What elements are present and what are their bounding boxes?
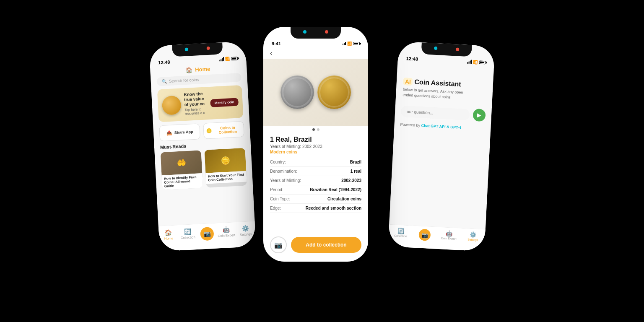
wifi-icon-right: 📶 [473,60,478,65]
ai-question-input[interactable] [401,106,470,121]
detail-row-edge: Edge: Reeded and smooth section [270,204,361,213]
search-placeholder: Search for coins [169,77,199,83]
nav-settings[interactable]: ⚙️ Settings [236,225,256,239]
ai-powered-label: Powered by Chat GPT API & GPT-4 [394,120,491,133]
banner-text: Know the true value of your co Tap here … [184,91,208,117]
detail-row-type: Coin Type: Circulation coins [270,195,361,204]
ai-send-button[interactable]: ▶ [473,109,486,122]
detail-row-period: Period: Brazilian Real (1994-2022) [270,185,361,195]
article-image-1: 🤲 [161,150,203,175]
coin-subtitle: Years of Minting: 2002-2023 [270,144,361,149]
detail-row-denomination: Denomination: 1 real [270,167,361,176]
must-reads-grid: 🤲 How to Identify Fake Coins: All-round … [155,148,253,190]
ai-nav-expert[interactable]: 🤖 Coin Expert [436,230,461,243]
ai-input-area: ▶ [400,105,486,122]
coin-face-image [280,75,314,109]
identify-banner: Know the true value of your co Tap here … [157,85,244,122]
camera-nav-icon: 📷 [200,227,214,241]
battery-icon [231,57,238,60]
signal-icon-center [343,42,346,45]
ai-description: below to get answers. Ask any open ended… [402,87,486,102]
ai-nav-settings[interactable]: ⚙️ Settings [461,231,486,244]
coin-reverse-image [317,75,351,109]
back-arrow-icon: ‹ [270,49,272,57]
detail-row-years: Years of Minting: 2002-2023 [270,176,361,185]
search-icon: 🔍 [161,79,167,84]
coin-details-table: Country: Brazil Denomination: 1 real Yea… [270,158,361,213]
back-button[interactable]: ‹ [263,48,368,59]
share-icon: 📤 [166,130,173,136]
article-card-1[interactable]: 🤲 How to Identify Fake Coins: All-round … [161,150,203,190]
ai-nav-collection[interactable]: 🔄 Collection [388,227,413,240]
phone-right: 12:48 📶 AI Coin Assistant [388,41,495,251]
article-card-2[interactable]: 🪙 How to Start Your First Coin Collectio… [204,148,247,188]
article-label-2: How to Start Your First Coin Collection [205,171,247,184]
chat-gpt-link[interactable]: Chat GPT API & GPT-4 [421,124,461,130]
bottom-nav-right: 🔄 Collection 📷 🤖 Coin Expert ⚙️ Settings [388,224,485,252]
article-image-2: 🪙 [204,148,246,173]
phone-left: 12:48 📶 🏠 Home 🔍 [149,41,256,251]
coin-expert-nav-icon: 🤖 [223,226,230,233]
coin-expert-icon-right: 🤖 [446,230,453,237]
nav-collection[interactable]: 🔄 Collection [178,228,198,242]
bottom-nav-left: 🏠 Home 🔄 Collection 📷 🤖 Coin Expert ⚙️ S… [158,221,256,252]
signal-icon [219,57,224,62]
nav-home[interactable]: 🏠 Home [158,229,179,243]
camera-button[interactable]: 📷 [270,236,287,253]
coin-title: 1 Real, Brazil [270,136,361,143]
settings-icon-right: ⚙️ [470,231,477,238]
home-icon: 🏠 [185,67,192,73]
signal-icon-right [467,60,472,64]
wifi-icon: 📶 [225,57,230,61]
phone-center: 9:41 📶 ‹ [263,27,368,262]
time-right: 12:48 [406,56,418,61]
home-nav-icon: 🏠 [165,229,172,236]
indicator-dot-2 [317,128,319,131]
coin-carousel-indicators [263,126,368,133]
ai-badge: AI [403,78,413,86]
battery-icon-center [353,42,360,45]
identify-coin-button[interactable]: Identify coin [210,98,239,107]
detail-row-country: Country: Brazil [270,158,361,167]
coin-action-bar: 📷 Add to collection [263,236,368,253]
banner-coin-image [162,95,182,115]
ai-nav-camera[interactable]: 📷 [413,229,437,242]
indicator-dot-1 [312,128,315,131]
coins-collection-button[interactable]: 🪙 Coins in Collection [203,121,244,139]
coin-images-area [263,59,368,126]
nav-camera[interactable]: 📷 [197,227,217,241]
add-to-collection-button[interactable]: Add to collection [291,237,361,253]
wifi-icon-center: 📶 [347,42,352,46]
collection-icon-right: 🔄 [397,228,405,234]
camera-icon-right: 📷 [418,229,431,241]
ai-header: AI Coin Assistant below to get answers. … [395,62,494,106]
collection-icon: 🪙 [206,128,213,134]
battery-icon-right [479,60,486,64]
article-label-1: How to Identify Fake Coins: All-round Gu… [161,173,203,190]
collection-nav-icon: 🔄 [184,228,192,235]
coin-tag: Modern coins [270,150,361,154]
share-app-button[interactable]: 📤 Share App [159,123,200,141]
action-buttons: 📤 Share App 🪙 Coins in Collection [159,121,244,142]
settings-nav-icon: ⚙️ [242,225,249,232]
nav-coin-expert[interactable]: 🤖 Coin Expert [216,226,236,240]
coin-info-section: 1 Real, Brazil Years of Minting: 2002-20… [263,133,368,216]
time-left: 12:48 [158,60,170,65]
time-center: 9:41 [272,41,281,46]
